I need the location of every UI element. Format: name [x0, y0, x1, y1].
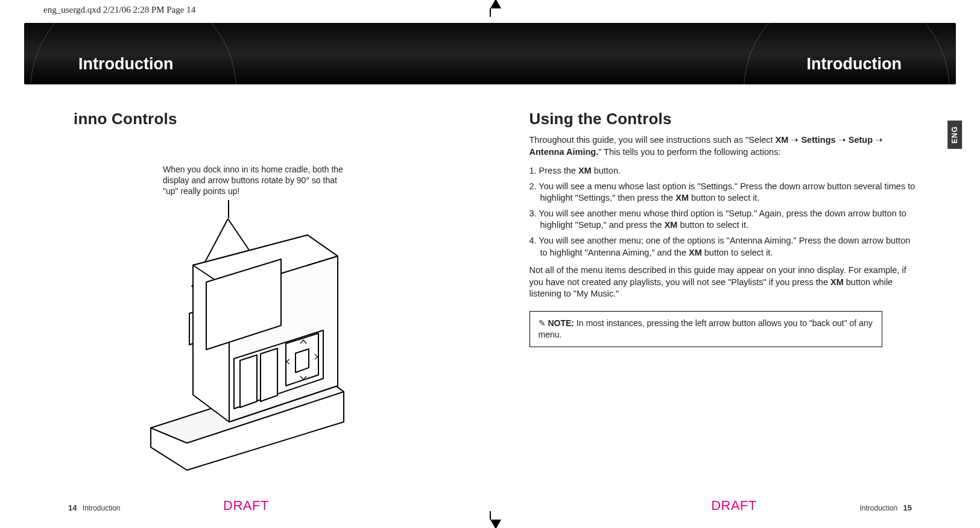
content-columns: inno Controls When you dock inno in its … [0, 102, 980, 504]
right-heading: Using the Controls [530, 108, 920, 130]
banner-title-right: Introduction [807, 53, 902, 75]
crop-mark-top [490, 0, 501, 8]
followup-text: Not all of the menu items described in t… [530, 265, 920, 300]
intro-b2: Settings [801, 135, 835, 145]
leader-line-stem [228, 200, 229, 218]
step-1: 1. Press the XM button. [530, 165, 920, 177]
device-caption: When you dock inno in its home cradle, b… [163, 164, 344, 197]
right-column: Using the Controls Throughout this guide… [493, 102, 981, 504]
note-label: NOTE: [548, 318, 576, 328]
intro-a3: ➝ [873, 135, 883, 145]
note-box: ✎ NOTE: In most instances, pressing the … [530, 311, 882, 347]
banner-title-left: Introduction [78, 53, 173, 75]
footer-right: Introduction 15 [859, 503, 915, 514]
intro-b3: Setup [849, 135, 873, 145]
draft-stamp-left: DRAFT [223, 497, 269, 515]
footer-section-left: Introduction [83, 504, 121, 512]
steps-list: 1. Press the XM button. 2. You will see … [530, 165, 920, 259]
step-3: 3. You will see another menu whose third… [530, 208, 920, 231]
device-svg [139, 223, 368, 476]
page-number-left: 14 [68, 503, 77, 512]
intro-b1: XM [776, 135, 789, 145]
page: eng_usergd.qxd 2/21/06 2:28 PM Page 14 I… [0, 0, 980, 528]
left-heading: inno Controls [74, 108, 445, 130]
file-slug: eng_usergd.qxd 2/21/06 2:28 PM Page 14 [43, 4, 195, 16]
intro-text: Throughout this guide, you will see inst… [530, 134, 920, 158]
intro-b4: Antenna Aiming. [530, 147, 599, 157]
footer-left: 14 Introduction [65, 503, 121, 514]
page-number-right: 15 [903, 503, 912, 512]
note-body: In most instances, pressing the left arr… [539, 318, 873, 339]
note-icon: ✎ [539, 318, 548, 328]
left-column: inno Controls When you dock inno in its … [0, 102, 493, 504]
intro-a1: ➝ [788, 135, 801, 145]
crop-bar-bottom [490, 511, 491, 520]
footer-section-right: Introduction [859, 504, 897, 512]
intro-pre: Throughout this guide, you will see inst… [530, 135, 776, 145]
crop-bar-top [490, 8, 491, 17]
crop-mark-bottom [490, 520, 501, 528]
intro-post: " This tells you to perform the followin… [598, 147, 780, 157]
chapter-banner: Introduction Introduction [24, 23, 956, 84]
draft-stamp-right: DRAFT [711, 497, 757, 515]
step-4: 4. You will see another menu; one of the… [530, 235, 920, 259]
step-2: 2. You will see a menu whose last option… [530, 181, 920, 204]
intro-a2: ➝ [836, 135, 849, 145]
device-illustration [139, 223, 368, 476]
